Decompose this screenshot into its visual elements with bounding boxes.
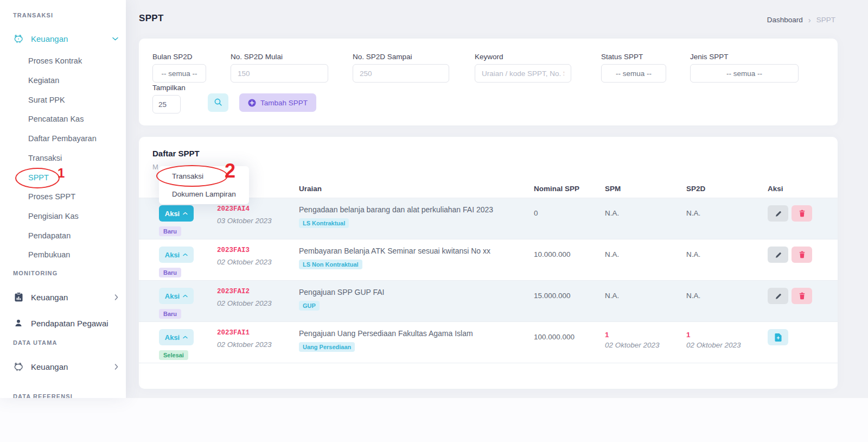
nominal-value: 10.000.000	[534, 239, 605, 280]
column-header-uraian: Uraian	[299, 185, 534, 193]
no-sp2d-sampai-input[interactable]	[353, 64, 449, 83]
sppt-code-link[interactable]: 2023FAI4	[217, 205, 299, 213]
dropdown-item-dokumen-lampiran[interactable]: Dokumen Lampiran	[159, 185, 249, 203]
sidebar-item-sppt[interactable]: SPPT	[28, 173, 49, 182]
keyword-input[interactable]	[475, 64, 571, 83]
aksi-dropdown-menu: Transaksi Dokumen Lampiran	[159, 166, 249, 204]
status-sppt-select[interactable]: -- semua --	[601, 64, 666, 83]
row-aksi-dropdown-button[interactable]: Aksi	[159, 288, 194, 304]
list-title: Daftar SPPT	[152, 149, 200, 158]
section-label-transaksi: TRANSAKSI	[13, 12, 53, 18]
breadcrumb-dashboard[interactable]: Dashboard	[767, 16, 803, 24]
nominal-value: 0	[534, 198, 605, 239]
sidebar-item-label: Keuangan	[31, 293, 107, 302]
sp2d-number: 1	[686, 331, 768, 339]
sidebar: TRANSAKSI Keuangan Proses Kontrak Kegiat…	[0, 0, 126, 398]
trash-icon	[799, 251, 806, 258]
sppt-date: 03 Oktober 2023	[217, 217, 299, 225]
status-badge: Baru	[159, 268, 181, 277]
sidebar-item-pendapatan[interactable]: Pendapatan	[28, 231, 71, 240]
sidebar-item-kegiatan[interactable]: Kegiatan	[28, 76, 59, 85]
delete-button[interactable]	[792, 205, 812, 222]
uraian-text: Pengadaan belanja barang dan alat perkul…	[299, 205, 534, 214]
nominal-value: 15.000.000	[534, 281, 605, 321]
tambah-sppt-label: Tambah SPPT	[260, 99, 308, 107]
dropdown-item-transaksi[interactable]: Transaksi	[159, 167, 249, 185]
sidebar-item-pendapatan-pegawai[interactable]: Pendapatan Pegawai	[13, 316, 118, 330]
sppt-code-link[interactable]: 2023FAI3	[217, 247, 299, 254]
delete-button[interactable]	[792, 247, 812, 263]
delete-button[interactable]	[792, 288, 812, 304]
jenis-tag: Uang Persediaan	[299, 342, 355, 352]
jenis-tag: LS Non Kontraktual	[299, 260, 362, 269]
sp2d-date: 02 Oktober 2023	[686, 341, 768, 349]
annotation-number-1: 1	[58, 166, 65, 181]
row-aksi-dropdown-button[interactable]: Aksi	[159, 329, 194, 345]
edit-button[interactable]	[768, 288, 788, 304]
edit-button[interactable]	[768, 247, 788, 263]
sidebar-item-proses-kontrak[interactable]: Proses Kontrak	[28, 56, 82, 65]
bottom-bar: UNSIKA Keuangan id 2023 Root ()	[0, 398, 868, 442]
row-aksi-dropdown-button[interactable]: Aksi	[159, 247, 194, 263]
status-badge: Selesai	[159, 350, 188, 360]
plus-circle-icon	[248, 99, 256, 107]
no-sp2d-mulai-label: No. SP2D Mulai	[231, 53, 328, 61]
tambah-sppt-button[interactable]: Tambah SPPT	[239, 93, 316, 112]
sidebar-item-label: Keuangan	[31, 34, 105, 43]
jenis-sppt-select[interactable]: -- semua --	[690, 64, 799, 83]
pencil-icon	[775, 210, 782, 217]
section-label-monitoring: MONITORING	[13, 270, 58, 276]
no-sp2d-mulai-input[interactable]	[231, 64, 328, 83]
pencil-icon	[775, 293, 782, 300]
tampilkan-label: Tampilkan	[152, 84, 181, 92]
breadcrumb: Dashboard › SPPT	[767, 15, 835, 24]
tampilkan-input[interactable]	[152, 95, 181, 113]
sppt-code-link[interactable]: 2023FAI1	[217, 329, 299, 337]
jenis-tag: LS Kontraktual	[299, 218, 349, 228]
table-row: Aksi Baru 2023FAI2 02 Oktober 2023 Penga…	[139, 281, 838, 322]
trash-icon	[799, 292, 806, 300]
sidebar-item-pencatatan-kas[interactable]: Pencatatan Kas	[28, 115, 84, 123]
annotation-number-2: 2	[225, 160, 235, 182]
sidebar-item-pembukuan[interactable]: Pembukuan	[28, 250, 70, 259]
page-title: SPPT	[139, 13, 164, 24]
aksi-button-label: Aksi	[165, 210, 180, 218]
search-button[interactable]	[208, 93, 228, 112]
sidebar-item-transaksi[interactable]: Transaksi	[28, 154, 62, 162]
column-header-nominal-spp: Nominal SPP	[534, 185, 605, 193]
chevron-down-icon	[112, 37, 118, 41]
nominal-value: 100.000.000	[534, 322, 605, 363]
file-plus-icon	[775, 333, 782, 342]
sidebar-item-pengisian-kas[interactable]: Pengisian Kas	[28, 212, 79, 220]
attachment-button[interactable]	[768, 329, 788, 345]
no-sp2d-sampai-label: No. SP2D Sampai	[353, 53, 449, 61]
row-aksi-dropdown-button[interactable]: Aksi	[159, 205, 194, 222]
table-row: Aksi Baru 2023FAI3 02 Oktober 2023 Pemba…	[139, 239, 838, 281]
bulan-sp2d-select[interactable]: -- semua --	[152, 64, 206, 83]
sidebar-item-keuangan-data-utama[interactable]: Keuangan	[13, 359, 118, 374]
sidebar-item-keuangan-transaksi[interactable]: Keuangan	[13, 31, 118, 46]
sidebar-item-proses-sppt[interactable]: Proses SPPT	[28, 192, 75, 201]
status-sppt-label: Status SPPT	[601, 53, 666, 61]
sp2d-value: N.A.	[686, 281, 768, 321]
sidebar-item-surat-ppk[interactable]: Surat PPK	[28, 96, 65, 104]
filter-card: Bulan SP2D -- semua -- No. SP2D Mulai No…	[139, 39, 838, 125]
sidebar-item-label: Pendapatan Pegawai	[31, 319, 118, 328]
section-label-data-utama: DATA UTAMA	[13, 339, 57, 346]
edit-button[interactable]	[768, 205, 788, 222]
uraian-text: Pengajuan Uang Persediaan Fakultas Agama…	[299, 329, 534, 338]
sidebar-item-daftar-pembayaran[interactable]: Daftar Pembayaran	[28, 134, 97, 143]
chevron-right-icon	[114, 364, 118, 370]
sppt-code-link[interactable]: 2023FAI2	[217, 288, 299, 295]
spm-number: 1	[605, 331, 686, 339]
breadcrumb-current: SPPT	[816, 16, 835, 24]
sidebar-item-keuangan-monitoring[interactable]: Keuangan	[13, 290, 118, 304]
keyword-label: Keyword	[475, 53, 571, 61]
bulan-sp2d-label: Bulan SP2D	[152, 53, 206, 61]
chevron-up-icon	[183, 253, 188, 256]
aksi-button-label: Aksi	[165, 292, 180, 300]
piggy-bank-icon	[13, 362, 24, 371]
clipboard-chart-icon	[13, 292, 24, 302]
uraian-text: Pembayaran Belanja ATK Seminar sesuai kw…	[299, 247, 534, 255]
uraian-text: Pengajuan SPP GUP FAI	[299, 288, 534, 296]
